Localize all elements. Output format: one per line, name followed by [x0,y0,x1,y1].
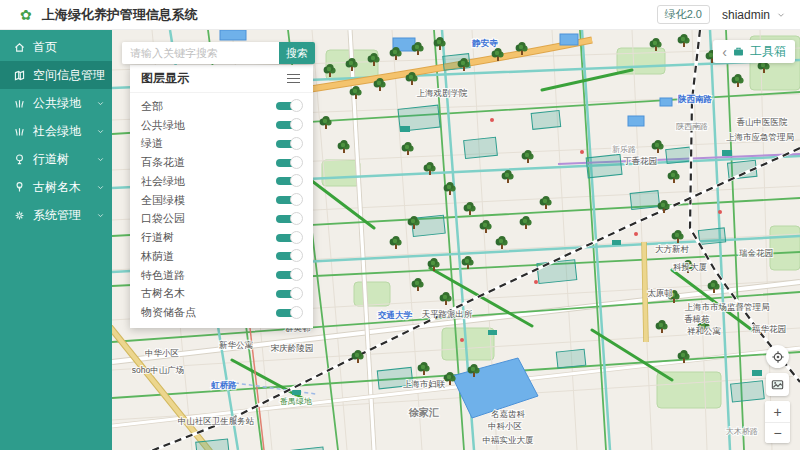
basemap-layers-icon [770,377,785,392]
toolbox-label: 工具箱 [750,43,786,60]
layer-toggle-switch[interactable] [276,102,296,110]
layer-row: 百条花道 [141,155,302,170]
username: shiadmin [722,8,770,22]
sidebar-item[interactable]: 古树名木 [0,173,112,201]
map-label: 天平路派出所 [422,309,474,319]
user-menu[interactable]: shiadmin [722,8,786,22]
layer-toggle-switch[interactable] [276,252,296,260]
chevron-down-icon [96,183,105,192]
grass-icon [13,125,26,138]
toolbox-button[interactable]: ‹ 工具箱 [713,40,795,63]
layer-row: 公共绿地 [141,118,302,133]
map-label: 静安寺 [471,38,498,48]
map-label: 中福实业大厦 [483,435,535,445]
layer-row: 行道树 [141,230,302,245]
layer-list: 全部公共绿地绿道百条花道社会绿地全国绿模口袋公园行道树林荫道特色道路古树名木物资… [130,93,313,328]
search-input[interactable] [122,42,279,64]
layer-toggle-switch[interactable] [276,140,296,148]
map-label: 上海市市场监督管理局 [685,302,770,312]
layer-toggle-switch[interactable] [276,271,296,279]
sidebar-item[interactable]: 系统管理 [0,201,112,229]
hamburger-menu-icon[interactable] [285,72,302,86]
sidebar-item[interactable]: 首页 [0,33,112,61]
layer-row: 绿道 [141,136,302,151]
locate-button[interactable] [766,345,789,368]
layer-toggle-switch[interactable] [276,177,296,185]
version-badge: 绿化2.0 [657,5,710,24]
home-icon [13,41,26,54]
map-label: 太原邨 [647,288,673,298]
map-label: 祥和公寓 [687,326,721,336]
map-label: 中华小区 [145,348,179,358]
map-label: 瑞金花园 [739,248,773,258]
layer-toggle-switch[interactable] [276,215,296,223]
zoom-in-button[interactable]: + [765,401,790,422]
app-logo-flower-icon: ✿ [20,8,32,22]
sidebar-nav: 首页空间信息管理公共绿地社会绿地行道树古树名木系统管理 [0,30,112,450]
sidebar-item-label: 空间信息管理 [33,67,105,84]
app-window: ✿ 上海绿化养护管理信息系统 绿化2.0 shiadmin 首页空间信息管理公共… [0,0,800,450]
zoom-out-button[interactable]: − [765,422,790,443]
map-label: soho中山广场 [132,365,184,375]
layer-row: 全部 [141,99,302,114]
layer-label: 公共绿地 [141,118,185,133]
sidebar-item-label: 古树名木 [33,179,81,196]
sidebar-item[interactable]: 公共绿地 [0,89,112,117]
map-label: 上海市妇联 [403,379,446,389]
layer-toggle-switch[interactable] [276,290,296,298]
map-label: 陕西南路 [678,94,713,104]
sidebar-item-label: 行道树 [33,151,69,168]
map-label: 上海市应急管理局 [726,132,794,142]
layer-panel-title: 图层显示 [141,70,189,87]
sidebar-item-label: 首页 [33,39,57,56]
sidebar-item-label: 系统管理 [33,207,81,224]
chevron-down-icon [96,99,105,108]
layer-row: 特色道路 [141,268,302,283]
layer-label: 绿道 [141,136,163,151]
header-right: 绿化2.0 shiadmin [657,5,786,24]
map-label: 交通大学 [377,310,413,320]
map-label: 丁香花园 [623,156,657,166]
layer-label: 社会绿地 [141,174,185,189]
layer-toggle-switch[interactable] [276,309,296,317]
map-label: 虹桥路 [210,380,237,390]
map-label: 名嘉齿科 [491,409,526,419]
layer-toggle-switch[interactable] [276,121,296,129]
map-canvas[interactable]: 静安寺上海戏剧学院陕西南路陕西南路香山中医医院上海市应急管理局新乐路丁香花园大方… [112,30,800,450]
grass-icon [13,97,26,110]
sidebar-item[interactable]: 社会绿地 [0,117,112,145]
sidebar-item-label: 公共绿地 [33,95,81,112]
chevron-down-icon [776,10,786,20]
layer-row: 全国绿模 [141,193,302,208]
top-header: ✿ 上海绿化养护管理信息系统 绿化2.0 shiadmin [0,0,800,30]
map-label: 香山中医医院 [737,117,789,127]
map-label: 大木桥路 [726,427,758,436]
old-tree-icon [13,181,26,194]
chevron-left-icon: ‹ [722,45,727,59]
layer-panel-header: 图层显示 [130,65,313,93]
map-control-column: + − [765,345,790,443]
layer-row: 社会绿地 [141,174,302,189]
map-label: 福华花园 [751,324,786,334]
layer-row: 林荫道 [141,249,302,264]
layer-row: 口袋公园 [141,211,302,226]
basemap-switch-button[interactable] [766,373,789,396]
gear-icon [13,209,26,222]
search-button[interactable]: 搜索 [279,42,315,64]
layer-toggle-switch[interactable] [276,234,296,242]
layer-label: 物资储备点 [141,305,196,320]
layer-toggle-switch[interactable] [276,159,296,167]
sidebar-item[interactable]: 空间信息管理 [0,61,112,89]
layer-row: 古树名木 [141,286,302,301]
layer-label: 特色道路 [141,268,185,283]
map-label: 香樟苑 [684,314,710,324]
app-title: 上海绿化养护管理信息系统 [42,6,198,24]
tree-icon [13,153,26,166]
map-label: 宋庆龄陵园 [271,343,314,353]
map-label: 陕西南路 [676,122,708,131]
sidebar-item[interactable]: 行道树 [0,145,112,173]
layer-toggle-switch[interactable] [276,196,296,204]
map-label: 上海戏剧学院 [417,88,469,98]
map-label: 科投大厦 [673,262,708,272]
layer-row: 物资储备点 [141,305,302,320]
